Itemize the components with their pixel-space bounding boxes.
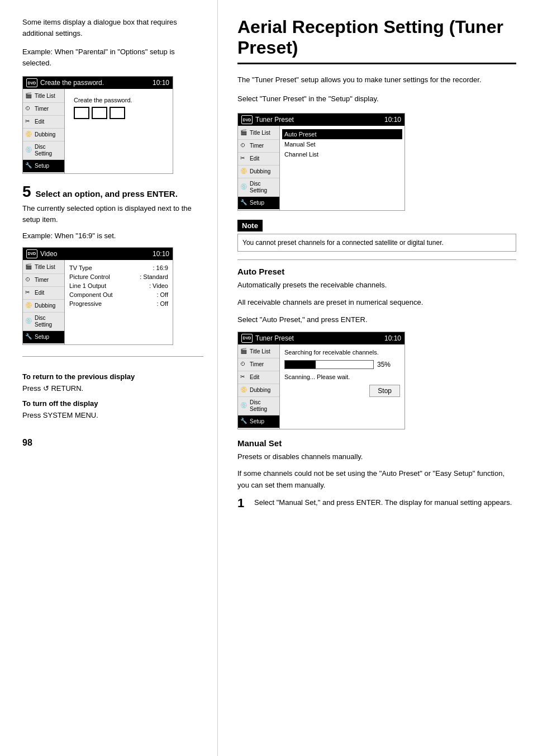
- sc-sidebar-title: 🎬 Title List: [238, 346, 279, 358]
- t-edit-icon: ✂: [240, 155, 248, 163]
- password-box-2: [92, 107, 107, 119]
- auto-preset-body-3: Select "Auto Preset," and press ENTER.: [237, 314, 516, 326]
- note-label: Note: [237, 220, 263, 231]
- scanning-header-left: DVD Tuner Preset: [241, 334, 294, 343]
- password-dialog: Create the password.: [69, 92, 168, 124]
- auto-preset-heading: Auto Preset: [237, 267, 516, 276]
- scanning-header-time: 10:10: [384, 334, 401, 342]
- video-row-picture: Picture Control : Standard: [69, 272, 168, 281]
- auto-preset-body-2: All receivable channels are preset in nu…: [237, 297, 516, 309]
- tuner-sidebar: 🎬 Title List ⏲ Timer ✂ Edit 📀 Dubbing: [238, 126, 280, 210]
- t-sidebar-disc: 💿 Disc Setting: [238, 178, 279, 197]
- manual-set-body-2: If some channels could not be set using …: [237, 468, 516, 492]
- t-sidebar-title: 🎬 Title List: [238, 127, 279, 140]
- setup-icon: 🔧: [25, 162, 33, 170]
- stop-button-container: Stop: [284, 385, 400, 397]
- turnoff-body: Press SYSTEM MENU.: [22, 410, 203, 421]
- progress-percent: 35%: [377, 361, 391, 368]
- sidebar-item-title-list: 🎬 Title List: [23, 90, 64, 103]
- tuner-dvd-icon: DVD: [241, 115, 253, 124]
- manual-step-number: 1: [237, 497, 249, 509]
- sc-timer-icon: ⏲: [240, 361, 248, 368]
- video-sidebar-dubbing: 📀 Dubbing: [23, 300, 64, 313]
- progress-bar-container: 35%: [284, 360, 400, 369]
- t-sidebar-timer: ⏲ Timer: [238, 140, 279, 153]
- t-timer-icon: ⏲: [240, 142, 248, 150]
- progress-empty: [316, 361, 373, 368]
- sc-setup-icon: 🔧: [240, 418, 248, 426]
- password-menu-box: DVD Create the password. 10:10 🎬 Title L…: [22, 76, 173, 174]
- step5-number: 5: [22, 184, 31, 200]
- video-row-line1: Line 1 Output : Video: [69, 281, 168, 290]
- manual-step-1: 1 Select "Manual Set," and press ENTER. …: [237, 497, 516, 509]
- dubbing-icon: 📀: [25, 131, 33, 139]
- intro-text-2: Example: When "Parental" in "Options" se…: [22, 46, 203, 68]
- video-dvd-icon: DVD: [26, 249, 37, 258]
- step5-text: Select an option, and press ENTER.: [36, 189, 178, 199]
- tuner-header-left: DVD Tuner Preset: [241, 115, 294, 124]
- password-content: Create the password.: [65, 89, 173, 173]
- video-sidebar: 🎬 Title List ⏲ Timer ✂ Edit 📀 Dubbing: [23, 260, 65, 344]
- v-setup-icon: 🔧: [25, 333, 33, 341]
- return-body: Press ↺ RETURN.: [22, 383, 203, 394]
- scanning-body: 🎬 Title List ⏲ Timer ✂ Edit 📀 Dubbing: [238, 344, 404, 429]
- video-row-tv: TV Type : 16:9: [69, 263, 168, 272]
- scanning-dvd-icon: DVD: [241, 334, 253, 343]
- tuner-preset-box: DVD Tuner Preset 10:10 🎬 Title List ⏲ Ti…: [237, 113, 405, 211]
- sc-sidebar-disc: 💿 Disc Setting: [238, 397, 279, 415]
- stop-button[interactable]: Stop: [369, 385, 400, 397]
- password-box-1: [74, 107, 89, 119]
- t-disc-icon: 💿: [240, 183, 248, 191]
- scanning-header: DVD Tuner Preset 10:10: [238, 332, 404, 344]
- scanning-content: Searching for receivable channels. 35% S…: [280, 344, 404, 429]
- video-header-label: Video: [40, 250, 57, 258]
- sidebar-item-timer: ⏲ Timer: [23, 103, 64, 116]
- searching-text: Searching for receivable channels.: [284, 349, 400, 356]
- video-content: TV Type : 16:9 Picture Control : Standar…: [65, 260, 173, 344]
- sidebar-item-setup: 🔧 Setup: [23, 160, 64, 172]
- sidebar-item-dubbing: 📀 Dubbing: [23, 129, 64, 141]
- v-title-icon: 🎬: [25, 263, 33, 271]
- t-sidebar-dubbing: 📀 Dubbing: [238, 166, 279, 178]
- password-box-3: [110, 107, 125, 119]
- progress-fill: [285, 361, 316, 368]
- page-number: 98: [22, 438, 203, 448]
- intro-text-1: Some items display a dialogue box that r…: [22, 17, 203, 39]
- scanning-box: DVD Tuner Preset 10:10 🎬 Title List ⏲ Ti…: [237, 332, 405, 429]
- left-bottom: To return to the previous display Press …: [22, 356, 203, 421]
- video-sidebar-title: 🎬 Title List: [23, 261, 64, 274]
- tuner-menu-content: Auto Preset Manual Set Channel List: [280, 126, 404, 210]
- tuner-body: 🎬 Title List ⏲ Timer ✂ Edit 📀 Dubbing: [238, 126, 404, 210]
- tuner-header: DVD Tuner Preset 10:10: [238, 114, 404, 126]
- return-heading: To return to the previous display: [22, 372, 203, 381]
- auto-preset-body-1: Automatically presets the receivable cha…: [237, 280, 516, 291]
- scanning-sidebar: 🎬 Title List ⏲ Timer ✂ Edit 📀 Dubbing: [238, 344, 280, 429]
- video-sidebar-timer: ⏲ Timer: [23, 274, 64, 287]
- password-header-time: 10:10: [153, 79, 169, 87]
- video-menu-header: DVD Video 10:10: [23, 248, 173, 260]
- scanning-wait: Scanning... Please wait.: [284, 374, 400, 380]
- sc-sidebar-timer: ⏲ Timer: [238, 358, 279, 371]
- video-menu-body: 🎬 Title List ⏲ Timer ✂ Edit 📀 Dubbing: [23, 260, 173, 344]
- tuner-menu-auto: Auto Preset: [282, 129, 402, 139]
- left-column: Some items display a dialogue box that r…: [0, 0, 218, 756]
- tuner-menu-manual: Manual Set: [284, 139, 400, 149]
- video-header-left: DVD Video: [26, 249, 57, 258]
- video-row-component: Component Out : Off: [69, 290, 168, 299]
- t-setup-icon: 🔧: [240, 199, 248, 207]
- sc-sidebar-edit: ✂ Edit: [238, 371, 279, 384]
- timer-icon: ⏲: [25, 105, 33, 113]
- title-list-icon: 🎬: [25, 92, 33, 100]
- divider-1: [237, 259, 516, 260]
- sc-edit-icon: ✂: [240, 374, 248, 381]
- page: Some items display a dialogue box that r…: [0, 0, 533, 756]
- manual-set-body-1: Presets or disables channels manually.: [237, 451, 516, 463]
- password-boxes: [74, 107, 125, 119]
- sc-title-icon: 🎬: [240, 348, 248, 356]
- right-intro-1: The "Tuner Preset" setup allows you to m…: [237, 74, 516, 86]
- disc-icon: 💿: [25, 147, 33, 154]
- t-sidebar-setup: 🔧 Setup: [238, 197, 279, 209]
- v-dubbing-icon: 📀: [25, 302, 33, 310]
- t-dubbing-icon: 📀: [240, 168, 248, 176]
- right-intro-2: Select "Tuner Preset" in the "Setup" dis…: [237, 93, 516, 105]
